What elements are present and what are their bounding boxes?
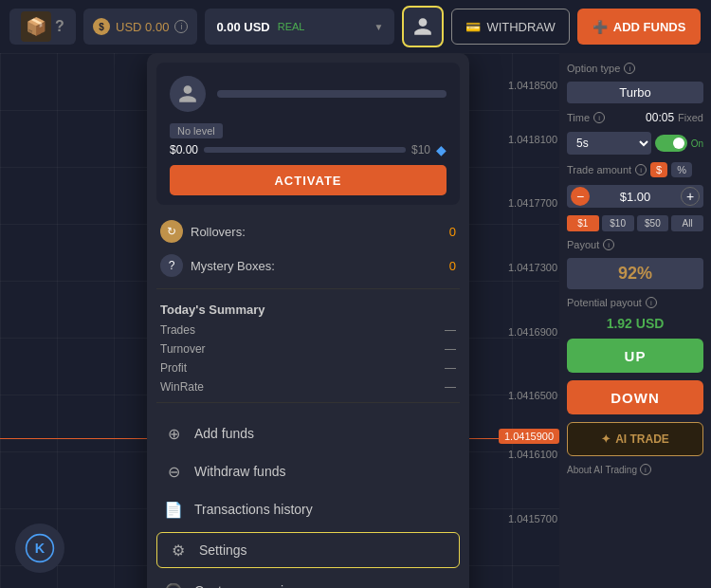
settings-menu-item[interactable]: ⚙ Settings: [156, 532, 460, 568]
mystery-boxes-icon: ?: [160, 254, 183, 277]
withdraw-button[interactable]: 💳 WITHDRAW: [451, 9, 569, 45]
profile-button[interactable]: [402, 6, 444, 47]
mystery-icon: 📦: [21, 11, 51, 42]
payout-value: 92%: [618, 264, 652, 283]
price-label-4: 1.0417300: [508, 262, 557, 273]
trade-amount-label: Trade amount i $ %: [567, 162, 703, 177]
about-ai-trading-row[interactable]: About AI Trading i: [567, 464, 703, 475]
brand-logo-icon: K: [25, 533, 55, 563]
progress-bar: [204, 147, 406, 153]
withdraw-funds-menu-item[interactable]: ⊖ Withdraw funds: [147, 452, 469, 490]
add-funds-menu-icon: ⊕: [164, 424, 183, 443]
withdraw-label: WITHDRAW: [486, 20, 555, 34]
balance-button[interactable]: $ USD 0.00 i: [83, 9, 197, 45]
dropdown-menu: No level $0.00 $10 ◆ ACTIVATE ↻ Rollover…: [147, 53, 469, 588]
add-funds-menu-label: Add funds: [194, 426, 254, 441]
mystery-question: ?: [55, 18, 64, 35]
quick-amount-10[interactable]: $10: [602, 215, 634, 231]
divider-2: [156, 402, 460, 403]
option-type-value: Turbo: [567, 82, 703, 103]
rollovers-row: ↻ Rollovers: 0: [147, 214, 469, 248]
user-icon: [412, 16, 433, 37]
divider-1: [156, 288, 460, 289]
price-label-7: 1.0416100: [508, 449, 557, 460]
bottom-logo: K: [15, 524, 64, 573]
winrate-val: —: [445, 380, 456, 394]
summary-title: Today's Summary: [147, 295, 469, 321]
time-select[interactable]: 5s 10s 30s 1m: [567, 132, 651, 155]
price-label-8: 1.0415700: [508, 513, 557, 524]
summary-trades: Trades —: [147, 321, 469, 340]
amount-value: $1.00: [593, 190, 677, 204]
main-area: 1.0418500 1.0418100 1.0417700 1.0417300 …: [0, 53, 711, 588]
turnover-val: —: [445, 342, 456, 356]
topbar: 📦 ? $ USD 0.00 i 0.00 USD REAL ▼ 💳 WITHD…: [0, 0, 711, 53]
mystery-boxes-label: Mystery Boxes:: [191, 259, 442, 273]
add-funds-menu-item[interactable]: ⊕ Add funds: [147, 414, 469, 452]
amount-decrease-button[interactable]: −: [571, 187, 590, 206]
transactions-menu-icon: 📄: [164, 500, 183, 519]
trade-amount-info-icon: i: [635, 164, 647, 175]
activate-button[interactable]: ACTIVATE: [170, 165, 447, 195]
mystery-boxes-val: 0: [449, 259, 456, 273]
mystery-box-btn[interactable]: 📦 ?: [9, 9, 76, 45]
about-ai-trading-label: About AI Trading: [567, 465, 637, 475]
diamond-icon: ◆: [436, 142, 447, 157]
balance-label: USD 0.00: [116, 20, 169, 34]
add-funds-button[interactable]: ➕ ADD FUNDS: [577, 9, 702, 45]
withdraw-funds-menu-icon: ⊖: [164, 462, 183, 481]
price-label-1: 1.0418500: [508, 80, 557, 91]
withdraw-icon: 💳: [465, 20, 481, 34]
trades-val: —: [445, 323, 456, 337]
rollovers-val: 0: [449, 225, 456, 239]
account-select[interactable]: 0.00 USD REAL ▼: [205, 9, 394, 45]
down-button[interactable]: DOWN: [567, 380, 703, 414]
time-select-row: 5s 10s 30s 1m On: [567, 132, 703, 155]
avatar-icon: [177, 83, 198, 104]
price-label-5: 1.0416900: [508, 326, 557, 338]
price-label-3: 1.0417700: [508, 197, 557, 209]
customer-service-icon: 🎧: [164, 581, 183, 588]
potential-payout-label: Potential payout i: [567, 297, 703, 308]
menu-section: ⊕ Add funds ⊖ Withdraw funds 📄 Transacti…: [147, 409, 469, 588]
potential-payout-info-icon: i: [646, 297, 657, 308]
time-label: Time i 00:05 Fixed: [567, 111, 703, 124]
progress-max: $10: [411, 143, 430, 156]
right-panel: Option type i Turbo Time i 00:05 Fixed 5…: [559, 53, 711, 588]
account-amount: 0.00 USD: [216, 20, 269, 34]
user-card-top: [170, 76, 447, 112]
withdraw-funds-menu-label: Withdraw funds: [194, 464, 285, 479]
dollar-tag[interactable]: $: [650, 162, 667, 177]
quick-amount-all[interactable]: All: [671, 215, 703, 231]
rollovers-icon: ↻: [160, 220, 183, 243]
ai-trade-icon: ✦: [601, 432, 611, 446]
progress-row: $0.00 $10 ◆: [170, 142, 447, 157]
about-info-icon: i: [640, 464, 651, 475]
fixed-label: Fixed: [678, 112, 703, 123]
quick-amount-50[interactable]: $50: [637, 215, 669, 231]
payout-label: Payout i: [567, 239, 703, 250]
settings-menu-label: Settings: [199, 542, 247, 558]
progress-amount: $0.00: [170, 143, 198, 156]
ai-trade-label: AI TRADE: [615, 432, 669, 446]
trades-label: Trades: [160, 323, 195, 337]
transactions-menu-label: Transactions history: [194, 502, 313, 517]
option-type-label: Option type i: [567, 63, 703, 74]
on-label: On: [691, 138, 703, 149]
time-info-icon: i: [593, 112, 605, 123]
customer-service-menu-item[interactable]: 🎧 Customer service: [147, 572, 469, 588]
quick-amount-1[interactable]: $1: [567, 215, 599, 231]
profit-label: Profit: [160, 361, 187, 375]
toggle-on[interactable]: [655, 135, 687, 152]
quick-amounts-row: $1 $10 $50 All: [567, 215, 703, 231]
percent-tag[interactable]: %: [671, 162, 692, 177]
account-type: REAL: [278, 21, 305, 32]
avatar: [170, 76, 206, 112]
price-label-2: 1.0418100: [508, 134, 557, 145]
payout-box: 92%: [567, 258, 703, 289]
transactions-menu-item[interactable]: 📄 Transactions history: [147, 490, 469, 528]
current-price-tag: 1.0415900: [499, 429, 559, 444]
up-button[interactable]: UP: [567, 339, 703, 373]
amount-increase-button[interactable]: +: [681, 187, 700, 206]
ai-trade-button[interactable]: ✦ AI TRADE: [567, 422, 703, 456]
